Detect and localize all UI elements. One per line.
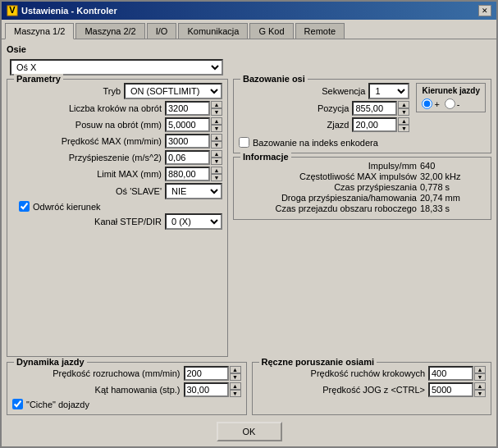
limit-spin-up[interactable]: ▲	[211, 167, 222, 174]
pozycja-spinner: ▲ ▼	[398, 101, 409, 116]
slave-label: Oś 'SLAVE'	[12, 186, 162, 196]
przysp-spin-up[interactable]: ▲	[211, 150, 222, 158]
kat-spin-down[interactable]: ▼	[230, 390, 241, 397]
limit-spin-down[interactable]: ▼	[211, 174, 222, 181]
pozycja-spin-down[interactable]: ▼	[398, 108, 409, 116]
posuw-spin-down[interactable]: ▼	[211, 125, 222, 132]
przysp-input[interactable]	[165, 150, 210, 165]
informacje-group: Informacje Impulsy/mm 640 Częstotliwość …	[233, 157, 491, 220]
czest-label: Częstotliwość MAX impulsów	[239, 171, 417, 181]
tryb-select[interactable]: ON (SOFTLIMIT)	[124, 83, 222, 99]
tab-komunikacja[interactable]: Komunikacja	[178, 23, 248, 39]
tab-io[interactable]: I/O	[147, 23, 177, 39]
predkosc-input[interactable]	[165, 134, 210, 149]
pozycja-input[interactable]	[352, 101, 397, 116]
kat-spin-up[interactable]: ▲	[230, 382, 241, 390]
predkosc-spinner: ▲ ▼	[211, 134, 222, 149]
indeks-checkbox[interactable]	[239, 137, 249, 148]
pozycja-row: Pozycja ▲ ▼	[239, 101, 409, 116]
czest-row: Częstotliwość MAX impulsów 32,00 kHz	[239, 171, 486, 181]
przysp-spinner: ▲ ▼	[211, 150, 222, 165]
czas-przysp-value: 0,778 s	[420, 182, 486, 192]
axis-select[interactable]: Oś X	[10, 59, 223, 75]
odwroc-checkbox[interactable]	[19, 201, 30, 212]
kierunek-plus-radio[interactable]	[422, 98, 432, 109]
przysp-spin-down[interactable]: ▼	[211, 158, 222, 165]
predkjog-spin-down[interactable]: ▼	[474, 390, 486, 397]
predkruch-spin-up[interactable]: ▲	[474, 366, 486, 373]
tab-maszyna1[interactable]: Maszyna 1/2	[5, 23, 74, 39]
app-icon: V	[7, 5, 18, 16]
impulsy-row: Impulsy/mm 640	[239, 161, 486, 171]
limit-input[interactable]	[165, 167, 210, 181]
tab-gkod[interactable]: G Kod	[249, 23, 293, 39]
dynamika-section: Dynamika jazdy Prędkość rozruchowa (mm/m…	[7, 362, 247, 415]
zjazd-spin-up[interactable]: ▲	[398, 117, 409, 125]
kanal-select[interactable]: 0 (X)	[165, 213, 222, 230]
impulsy-value: 640	[420, 161, 486, 171]
posuw-row: Posuw na obrót (mm) ▲ ▼	[12, 117, 222, 132]
predkosc-spin-up[interactable]: ▲	[211, 134, 222, 141]
droga-label: Droga przyśpieszania/hamowania	[239, 193, 417, 203]
predkrozr-spin-down[interactable]: ▼	[230, 373, 241, 381]
bottom-sections: Dynamika jazdy Prędkość rozruchowa (mm/m…	[7, 362, 491, 415]
zjazd-input[interactable]	[352, 117, 397, 132]
sekwencja-row: Sekwencja 1	[239, 83, 409, 99]
liczba-input[interactable]	[165, 101, 210, 116]
tab-remote[interactable]: Remote	[295, 23, 345, 39]
kat-row: Kąt hamowania (stp.) ▲ ▼	[12, 382, 241, 397]
osie-label: Osie	[7, 44, 491, 54]
reczne-section: Ręczne poruszanie osiami Prędkość ruchów…	[252, 362, 492, 415]
titlebar: V Ustawienia - Kontroler ✕	[2, 2, 496, 20]
informacje-title: Informacje	[240, 152, 291, 162]
predkjog-row: Prędkość JOG z <CTRL> ▲ ▼	[258, 382, 487, 397]
droga-value: 20,74 mm	[420, 193, 486, 203]
indeks-row: Bazowanie na indeks enkodera	[239, 137, 486, 148]
predkjog-spin-up[interactable]: ▲	[474, 382, 486, 390]
predkjog-input[interactable]	[428, 382, 473, 397]
posuw-label: Posuw na obrót (mm)	[12, 120, 162, 130]
kat-spinner: ▲ ▼	[230, 382, 241, 397]
posuw-spin-up[interactable]: ▲	[211, 117, 222, 125]
kat-input[interactable]	[184, 382, 229, 397]
czas-przej-row: Czas przejazdu obszaru roboczego 18,33 s	[239, 203, 486, 213]
osie-section: Osie Oś X	[7, 44, 491, 75]
close-button[interactable]: ✕	[478, 5, 491, 16]
przysp-row: Przyśpieszenie (m/s^2) ▲ ▼	[12, 150, 222, 165]
window-title: Ustawienia - Kontroler	[21, 6, 117, 16]
predkrozr-input[interactable]	[184, 366, 229, 381]
pozycja-spin-up[interactable]: ▲	[398, 101, 409, 108]
kat-value-group: ▲ ▼	[184, 382, 241, 397]
predkrozr-spin-up[interactable]: ▲	[230, 366, 241, 373]
impulsy-label: Impulsy/mm	[239, 161, 417, 171]
liczba-spin-up[interactable]: ▲	[211, 101, 222, 108]
odwroc-label: Odwróć kierunek	[33, 202, 101, 212]
main-window: V Ustawienia - Kontroler ✕ Maszyna 1/2 M…	[0, 0, 498, 448]
predkosc-spin-down[interactable]: ▼	[211, 141, 222, 149]
svg-text:V: V	[9, 5, 16, 15]
czas-przej-value: 18,33 s	[420, 203, 486, 213]
predkrozr-spinner: ▲ ▼	[230, 366, 241, 381]
predkrozr-label: Prędkość rozruchowa (mm/min)	[12, 368, 180, 378]
predkruch-spin-down[interactable]: ▼	[474, 373, 486, 381]
limit-label: Limit MAX (mm)	[12, 169, 162, 179]
ciche-checkbox[interactable]	[12, 399, 23, 409]
droga-row: Droga przyśpieszania/hamowania 20,74 mm	[239, 193, 486, 203]
slave-row: Oś 'SLAVE' NIE	[12, 183, 222, 199]
predkruch-input[interactable]	[428, 366, 473, 381]
sekwencja-select[interactable]: 1	[368, 83, 409, 99]
right-column: Bazowanie osi Sekwencja 1 Pozycja	[233, 79, 491, 357]
czas-przysp-row: Czas przyśpieszania 0,778 s	[239, 182, 486, 192]
tab-maszyna2[interactable]: Maszyna 2/2	[75, 23, 144, 39]
sekwencja-label: Sekwencja	[239, 86, 365, 96]
liczba-spin-down[interactable]: ▼	[211, 108, 222, 116]
kierunek-title: Kierunek jazdy	[422, 86, 480, 95]
zjazd-spin-down[interactable]: ▼	[398, 125, 409, 132]
parametry-group: Parametry Tryb ON (SOFTLIMIT) Liczba kro…	[7, 79, 228, 357]
ok-button[interactable]: OK	[217, 422, 282, 441]
slave-select[interactable]: NIE	[165, 183, 222, 199]
kierunek-minus-radio[interactable]	[445, 98, 455, 109]
posuw-input[interactable]	[165, 117, 210, 132]
kierunek-radio-group: + -	[422, 98, 480, 109]
kierunek-plus-label: +	[434, 99, 439, 109]
